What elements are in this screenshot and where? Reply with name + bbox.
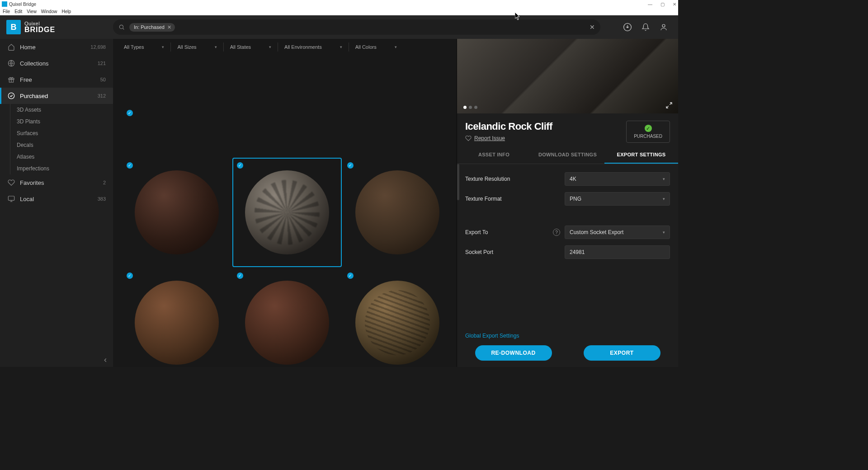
tab-download-settings[interactable]: DOWNLOAD SETTINGS [531, 146, 604, 164]
purchased-badge-icon [237, 273, 243, 279]
window-title-bar: Quixel Bridge — ▢ ✕ [0, 0, 678, 8]
filter-sizes[interactable]: All Sizes▾ [171, 42, 223, 52]
help-icon[interactable]: ? [553, 229, 560, 236]
logo-mark-icon: B [6, 20, 21, 34]
menu-file[interactable]: File [3, 9, 10, 14]
asset-card[interactable] [343, 268, 452, 367]
minimize-button[interactable]: — [648, 2, 652, 7]
sidebar-item-free[interactable]: Free 50 [0, 71, 113, 88]
tab-asset-info[interactable]: ASSET INFO [457, 146, 531, 164]
globe-icon [7, 60, 15, 67]
setting-label: Socket Port [465, 249, 565, 255]
app-icon [2, 1, 7, 7]
purchased-badge-icon [127, 162, 133, 169]
sidebar-item-label: Purchased [20, 93, 48, 99]
sidebar-item-local[interactable]: Local 383 [0, 191, 113, 207]
carousel-dots[interactable] [463, 106, 477, 109]
global-export-settings-link[interactable]: Global Export Settings [465, 333, 519, 339]
subcat-surfaces[interactable]: Surfaces [17, 127, 113, 139]
texture-resolution-select[interactable]: 4K▾ [565, 172, 670, 186]
sidebar-item-label: Home [20, 44, 36, 51]
chevron-down-icon: ▾ [215, 45, 217, 49]
asset-card[interactable] [122, 158, 231, 267]
sidebar-collapse-icon[interactable] [102, 357, 108, 363]
report-issue-link[interactable]: Report Issue [474, 135, 505, 141]
asset-card[interactable] [343, 158, 452, 267]
redownload-button[interactable]: RE-DOWNLOAD [475, 345, 552, 361]
sidebar-item-label: Free [20, 76, 32, 83]
app-logo[interactable]: B Quixel BRIDGE [6, 20, 113, 34]
sidebar-item-collections[interactable]: Collections 121 [0, 55, 113, 71]
check-circle-icon [7, 92, 15, 99]
asset-card[interactable] [122, 55, 452, 157]
heart-icon[interactable] [465, 135, 472, 141]
chevron-down-icon: ▾ [340, 45, 342, 49]
chevron-down-icon: ▾ [269, 45, 271, 49]
purchased-badge-icon [127, 110, 133, 116]
chevron-down-icon: ▾ [395, 45, 397, 49]
socket-port-input[interactable]: 24981 [565, 245, 670, 259]
asset-title: Icelandic Rock Cliff [465, 121, 552, 132]
sidebar-item-count: 2 [103, 180, 106, 185]
notifications-icon[interactable] [641, 23, 650, 32]
scrollbar[interactable] [457, 164, 459, 200]
sidebar-item-label: Favorites [20, 179, 44, 186]
sidebar: Home 12,698 Collections 121 Free 50 Purc… [0, 39, 113, 367]
tab-export-settings[interactable]: EXPORT SETTINGS [604, 146, 678, 164]
content-area: All Types▾ All Sizes▾ All States▾ All En… [113, 39, 457, 367]
purchased-badge-icon [237, 162, 243, 169]
filter-colors[interactable]: All Colors▾ [349, 42, 403, 52]
maximize-button[interactable]: ▢ [660, 2, 665, 7]
subcat-3d-assets[interactable]: 3D Assets [17, 104, 113, 116]
sidebar-item-count: 383 [98, 196, 106, 202]
chip-label: In: Purchased [134, 24, 165, 30]
setting-label: Texture Resolution [465, 176, 565, 182]
menu-edit[interactable]: Edit [14, 9, 22, 14]
detail-panel: Icelandic Rock Cliff Report Issue ✓ PURC… [457, 39, 678, 367]
sidebar-item-count: 12,698 [90, 44, 106, 50]
filter-states[interactable]: All States▾ [224, 42, 278, 52]
account-icon[interactable] [659, 23, 668, 32]
carousel-dot[interactable] [474, 106, 477, 109]
chevron-down-icon: ▾ [162, 45, 164, 49]
asset-card-selected[interactable] [232, 158, 342, 267]
carousel-dot[interactable] [469, 106, 472, 109]
app-header: B Quixel BRIDGE In: Purchased ✕ ✕ [0, 15, 678, 39]
svg-point-7 [8, 93, 14, 99]
texture-format-select[interactable]: PNG▾ [565, 192, 670, 206]
menu-window[interactable]: Window [41, 9, 57, 14]
search-bar[interactable]: In: Purchased ✕ ✕ [113, 19, 600, 35]
detail-tabs: ASSET INFO DOWNLOAD SETTINGS EXPORT SETT… [457, 146, 678, 164]
asset-card[interactable] [232, 268, 342, 367]
gift-icon [7, 76, 15, 83]
export-button[interactable]: EXPORT [584, 345, 660, 361]
subcat-decals[interactable]: Decals [17, 139, 113, 151]
carousel-dot[interactable] [463, 106, 467, 109]
search-filter-chip[interactable]: In: Purchased ✕ [129, 23, 175, 32]
search-clear-icon[interactable]: ✕ [590, 24, 595, 31]
subcat-imperfections[interactable]: Imperfections [17, 163, 113, 174]
svg-point-0 [119, 25, 123, 28]
setting-label: Texture Format [465, 196, 565, 202]
menu-help[interactable]: Help [61, 9, 71, 14]
export-to-select[interactable]: Custom Socket Export▾ [565, 226, 670, 239]
subcat-3d-plants[interactable]: 3D Plants [17, 116, 113, 127]
close-button[interactable]: ✕ [673, 2, 676, 7]
chip-remove-icon[interactable]: ✕ [167, 24, 171, 30]
sidebar-item-purchased[interactable]: Purchased 312 [0, 88, 113, 104]
downloads-icon[interactable] [623, 23, 632, 32]
filter-environments[interactable]: All Environments▾ [278, 42, 349, 52]
subcat-atlases[interactable]: Atlases [17, 151, 113, 163]
purchased-badge-icon [347, 162, 354, 169]
asset-card[interactable] [122, 268, 231, 367]
menu-view[interactable]: View [27, 9, 37, 14]
svg-point-3 [662, 24, 665, 27]
sidebar-item-favorites[interactable]: Favorites 2 [0, 174, 113, 191]
filter-types[interactable]: All Types▾ [118, 42, 171, 52]
expand-icon[interactable] [665, 102, 673, 109]
asset-preview-image[interactable] [457, 39, 678, 113]
sidebar-item-home[interactable]: Home 12,698 [0, 39, 113, 55]
filter-bar: All Types▾ All Sizes▾ All States▾ All En… [113, 39, 457, 55]
purchased-badge-icon [347, 273, 354, 279]
sidebar-subcategories: 3D Assets 3D Plants Surfaces Decals Atla… [10, 104, 113, 174]
